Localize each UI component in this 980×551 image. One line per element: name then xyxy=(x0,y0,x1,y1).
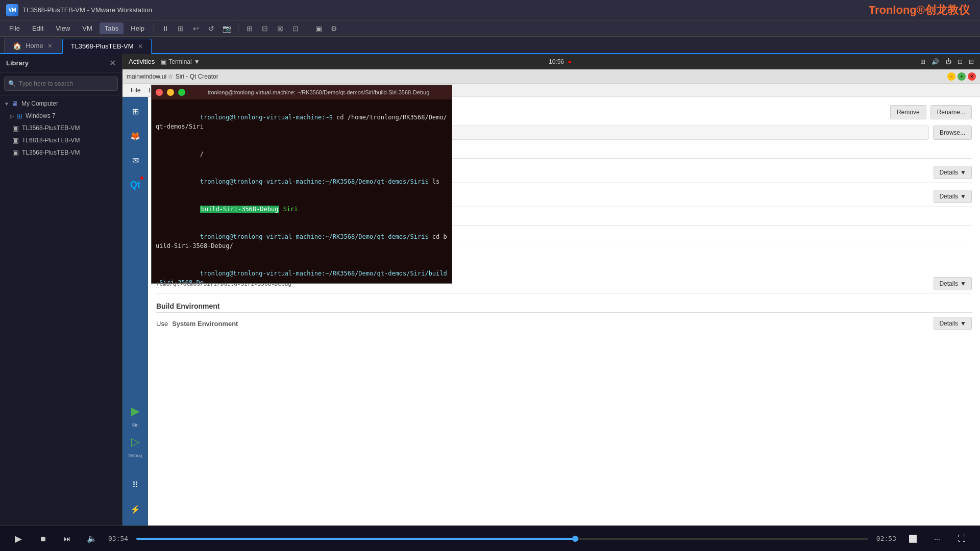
menu-view[interactable]: View xyxy=(51,22,75,34)
main-content: Library ✕ 🔍 ▼ 🖥 My Computer ▷ ⊞ Windows … xyxy=(0,54,980,525)
arrow-icon: ▷ xyxy=(10,113,14,119)
fullscreen-button[interactable]: ⛶ xyxy=(953,531,970,547)
qt-side-grid: ⠿ xyxy=(125,474,145,495)
tab-home-label: Home xyxy=(26,42,43,49)
refresh-btn[interactable]: ↺ xyxy=(204,22,218,35)
view-btn1[interactable]: ⊞ xyxy=(242,22,257,35)
network-icon: ⊞ xyxy=(920,58,925,65)
env-row: Use System Environment Details ▼ xyxy=(156,317,972,330)
build-env-title: Build Environment xyxy=(156,302,972,313)
search-wrap: 🔍 xyxy=(4,77,118,91)
qt-side-apps[interactable]: ⠿ xyxy=(125,474,145,495)
settings-btn[interactable]: ⚙ xyxy=(327,22,341,35)
app-icon: VM xyxy=(6,4,18,16)
tree-vm1[interactable]: ▣ TL3568-PlusTEB-VM xyxy=(0,122,122,134)
tab-home-close[interactable]: ✕ xyxy=(47,42,53,49)
view-btn2[interactable]: ⊟ xyxy=(258,22,272,35)
menu-edit[interactable]: Edit xyxy=(27,22,48,34)
qt-titlebar: mainwindow.ui ☆ Siri - Qt Creator − + ✕ xyxy=(122,69,980,84)
details-btn-1[interactable]: Details ▼ xyxy=(934,166,972,179)
sidebar-close-btn[interactable]: ✕ xyxy=(109,58,116,68)
progress-bar[interactable] xyxy=(136,538,868,540)
sidebar-tree: ▼ 🖥 My Computer ▷ ⊞ Windows 7 ▣ TL3568-P… xyxy=(0,95,122,525)
reset-btn[interactable]: ↩ xyxy=(189,22,203,35)
term-maximize-btn[interactable] xyxy=(178,89,185,96)
tab-vm-label: TL3568-PlusTEB-VM xyxy=(71,42,134,50)
qt-side-siri: Siri xyxy=(132,422,139,428)
qt-window-buttons: − + ✕ xyxy=(947,72,976,81)
env-details-btn[interactable]: Details ▼ xyxy=(934,317,972,330)
menu-tabs[interactable]: Tabs xyxy=(100,22,124,34)
term-close-btn[interactable] xyxy=(156,89,163,96)
tree-my-computer[interactable]: ▼ 🖥 My Computer xyxy=(0,97,122,110)
qt-maximize-btn[interactable]: + xyxy=(958,72,966,81)
activities-btn[interactable]: Activities xyxy=(129,58,155,65)
vm-icon2: ▣ xyxy=(12,136,19,144)
time-total: 02:53 xyxy=(876,535,896,542)
skip-forward-button[interactable]: ⏭ xyxy=(59,531,76,547)
qt-menu-file[interactable]: File xyxy=(127,85,144,95)
terminal-window[interactable]: tronlong@tronlong-virtual-machine: ~/RK3… xyxy=(151,85,452,284)
tab-vm-close[interactable]: ✕ xyxy=(138,43,143,50)
play-button[interactable]: ▶ xyxy=(10,531,27,547)
tab-home[interactable]: 🏠 Home ✕ xyxy=(4,38,61,53)
qt-side-group2: 🦊 xyxy=(125,126,145,146)
windows-icon: ⊞ xyxy=(16,112,22,120)
tree-vm2[interactable]: ▣ TL6818-PlusTEB-VM xyxy=(0,134,122,146)
tabbar: 🏠 Home ✕ TL3568-PlusTEB-VM ✕ xyxy=(0,37,980,54)
volume-button[interactable]: 🔈 xyxy=(84,531,100,547)
more-button[interactable]: ··· xyxy=(929,531,945,547)
term-line-1: tronlong@tronlong-virtual-machine:~$ cd … xyxy=(156,104,448,140)
tree-windows7[interactable]: ▷ ⊞ Windows 7 xyxy=(0,110,122,122)
titlebar: VM TL3568-PlusTEB-VM - VMware Workstatio… xyxy=(0,0,980,20)
rename-button[interactable]: Rename... xyxy=(930,105,972,119)
view-btn4[interactable]: ⊡ xyxy=(288,22,303,35)
terminal-icon: ▣ xyxy=(161,58,166,65)
progress-fill xyxy=(136,538,575,540)
env-label: Use xyxy=(156,320,168,328)
details-btn-clean[interactable]: Details ▼ xyxy=(934,277,972,290)
vm2-label: TL6818-PlusTEB-VM xyxy=(22,137,80,144)
term-line-5: tronlong@tronlong-virtual-machine:~/RK35… xyxy=(156,223,448,260)
qt-side-msg[interactable]: ✉ xyxy=(125,150,145,170)
tab-vm[interactable]: TL3568-PlusTEB-VM ✕ xyxy=(62,39,152,54)
qt-side-run[interactable]: ▶ xyxy=(125,401,145,421)
details-btn-2[interactable]: Details ▼ xyxy=(934,190,972,203)
qt-side-welcome[interactable]: ⊞ xyxy=(125,101,145,121)
chevron-down-icon: ▼ xyxy=(960,169,966,176)
qt-side-build[interactable]: 🦊 xyxy=(125,126,145,146)
quality-button[interactable]: ⬜ xyxy=(904,531,921,547)
pause-btn[interactable]: ⏸ xyxy=(158,22,173,35)
search-input[interactable] xyxy=(4,77,118,91)
time-current: 03:54 xyxy=(108,535,128,542)
remove-button[interactable]: Remove xyxy=(890,105,926,119)
terminal-btn[interactable]: ▣ Terminal ▼ xyxy=(161,58,200,65)
menu-file[interactable]: File xyxy=(4,22,25,34)
menu-vm[interactable]: VM xyxy=(77,22,97,34)
windows7-label: Windows 7 xyxy=(26,112,56,119)
qt-minimize-btn[interactable]: − xyxy=(947,72,955,81)
snapshot-btn[interactable]: 📷 xyxy=(219,22,234,35)
computer-icon: 🖥 xyxy=(11,99,18,108)
qt-side-qt[interactable]: Qt xyxy=(125,174,145,195)
chevron-down-icon-env: ▼ xyxy=(960,320,966,327)
tree-vm3[interactable]: ▣ TL3568-PlusTEB-VM xyxy=(0,146,122,159)
toolbar-separator xyxy=(154,23,154,34)
env-value: System Environment xyxy=(172,320,238,328)
skip-back-button[interactable]: ⏹ xyxy=(35,531,51,547)
term-line-3: tronlong@tronlong-virtual-machine:~/RK35… xyxy=(156,168,448,195)
qt-side-settings: ⚡ xyxy=(125,499,145,519)
qt-side-group4: Qt xyxy=(125,174,145,195)
qt-close-btn[interactable]: ✕ xyxy=(968,72,976,81)
toolbar-extra-group: ▣ ⚙ xyxy=(311,22,341,35)
power-btn[interactable]: ⊞ xyxy=(174,22,188,35)
terminal-body[interactable]: tronlong@tronlong-virtual-machine:~$ cd … xyxy=(152,99,452,283)
browse-button[interactable]: Browse... xyxy=(933,126,972,140)
qt-side-settings-item[interactable]: ⚡ xyxy=(125,499,145,519)
console-btn[interactable]: ▣ xyxy=(311,22,326,35)
menu-help[interactable]: Help xyxy=(126,22,150,34)
view-btn3[interactable]: ⊠ xyxy=(273,22,287,35)
qt-side-debug-run[interactable]: ▷ xyxy=(125,432,145,452)
sidebar-header: Library ✕ xyxy=(0,54,122,72)
term-minimize-btn[interactable] xyxy=(167,89,174,96)
